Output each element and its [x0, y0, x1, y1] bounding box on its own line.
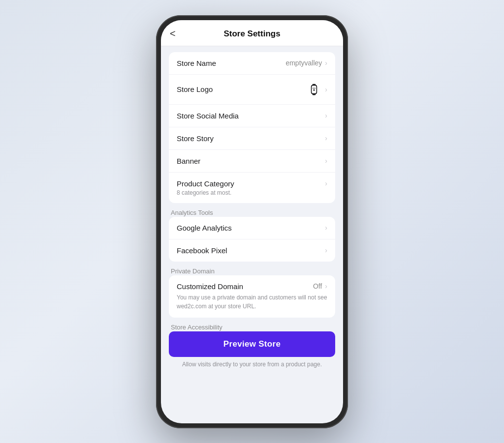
- store-social-media-label: Store Social Media: [177, 112, 239, 120]
- store-story-right: ›: [325, 134, 327, 142]
- store-story-item[interactable]: Store Story ›: [169, 127, 335, 150]
- banner-label: Banner: [177, 157, 200, 165]
- private-domain-section-label: Private Domain: [171, 267, 215, 275]
- chevron-icon: ›: [325, 157, 327, 165]
- customized-domain-right: Off ›: [313, 282, 327, 290]
- chevron-icon: ›: [325, 134, 327, 142]
- product-category-row: Product Category ›: [177, 179, 327, 188]
- facebook-pixel-item[interactable]: Facebook Pixel ›: [169, 239, 335, 262]
- customized-domain-row: Customized Domain Off ›: [177, 282, 327, 291]
- store-logo-item[interactable]: Store Logo ›: [169, 75, 335, 105]
- customized-domain-item[interactable]: Customized Domain Off › You may use a pr…: [169, 275, 335, 318]
- store-logo-icon: [306, 82, 322, 97]
- chevron-icon: ›: [325, 59, 327, 67]
- product-category-sublabel: 8 categories at most.: [177, 189, 231, 196]
- customized-domain-label: Customized Domain: [177, 282, 243, 291]
- accessibility-section-label: Store Accessibility: [171, 324, 222, 331]
- chevron-icon: ›: [325, 86, 327, 93]
- chevron-icon: ›: [325, 112, 327, 119]
- customized-domain-value: Off: [313, 282, 322, 290]
- facebook-pixel-label: Facebook Pixel: [177, 246, 227, 255]
- store-name-item[interactable]: Store Name emptyvalley ›: [169, 52, 335, 75]
- customized-domain-note: You may use a private domain and custome…: [177, 293, 327, 311]
- banner-item[interactable]: Banner ›: [169, 150, 335, 173]
- main-settings-card: Store Name emptyvalley › Store Logo: [169, 52, 335, 203]
- analytics-card: Google Analytics › Facebook Pixel ›: [169, 217, 335, 262]
- svg-rect-1: [313, 84, 316, 85]
- back-button[interactable]: <: [170, 28, 176, 39]
- google-analytics-right: ›: [325, 224, 327, 232]
- chevron-icon: ›: [325, 224, 327, 232]
- store-story-label: Store Story: [177, 134, 214, 143]
- phone-screen: < Store Settings Store Name emptyvalley …: [161, 20, 343, 423]
- product-category-item[interactable]: Product Category › 8 categories at most.: [169, 173, 335, 203]
- store-logo-label: Store Logo: [177, 85, 213, 93]
- store-logo-right: ›: [306, 82, 327, 97]
- analytics-section-label: Analytics Tools: [171, 209, 213, 216]
- accessibility-note: Allow visits directly to your store from…: [169, 361, 335, 370]
- private-domain-card: Customized Domain Off › You may use a pr…: [169, 275, 335, 318]
- chevron-icon: ›: [325, 282, 327, 290]
- facebook-pixel-right: ›: [325, 246, 327, 254]
- banner-right: ›: [325, 157, 327, 165]
- google-analytics-item[interactable]: Google Analytics ›: [169, 217, 335, 239]
- product-category-label: Product Category: [177, 179, 234, 188]
- google-analytics-label: Google Analytics: [177, 224, 232, 232]
- store-name-label: Store Name: [177, 59, 216, 67]
- content-scroll[interactable]: Store Name emptyvalley › Store Logo: [161, 46, 343, 423]
- store-social-right: ›: [325, 112, 327, 119]
- preview-store-button[interactable]: Preview Store: [169, 331, 335, 357]
- header: < Store Settings: [161, 20, 343, 46]
- store-social-media-item[interactable]: Store Social Media ›: [169, 105, 335, 127]
- svg-rect-2: [313, 93, 316, 95]
- svg-point-4: [314, 89, 315, 90]
- phone-frame: < Store Settings Store Name emptyvalley …: [156, 15, 348, 428]
- page-title: Store Settings: [223, 29, 280, 39]
- chevron-icon: ›: [325, 246, 327, 254]
- phone-wrapper: < Store Settings Store Name emptyvalley …: [156, 15, 348, 428]
- store-name-value: emptyvalley: [285, 59, 322, 67]
- store-name-right: emptyvalley ›: [285, 59, 327, 67]
- chevron-icon: ›: [325, 179, 327, 187]
- svg-rect-3: [313, 88, 316, 88]
